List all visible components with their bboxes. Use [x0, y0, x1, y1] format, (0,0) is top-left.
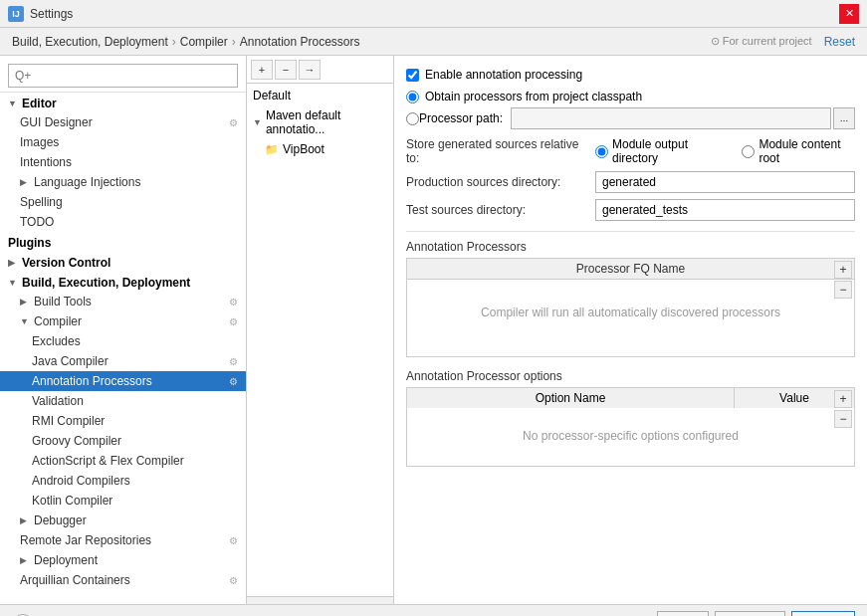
- close-button[interactable]: ✕: [839, 4, 859, 24]
- sidebar-item-plugins[interactable]: Plugins: [0, 232, 246, 252]
- expand-arrow-lang: ▶: [20, 177, 30, 187]
- sidebar-item-annotation-processors[interactable]: Annotation Processors ⚙: [0, 371, 246, 391]
- enable-annotation-checkbox[interactable]: [406, 69, 419, 82]
- search-box: [0, 60, 246, 93]
- tree-remove-button[interactable]: −: [275, 60, 297, 80]
- sidebar-item-android[interactable]: Android Compilers: [0, 471, 246, 491]
- sidebar-label-editor: Editor: [22, 97, 57, 110]
- breadcrumb-part-2[interactable]: Compiler: [180, 35, 228, 49]
- module-content-radio[interactable]: [742, 145, 755, 158]
- sidebar-item-actionscript[interactable]: ActionScript & Flex Compiler: [0, 451, 246, 471]
- sidebar-item-build-tools[interactable]: ▶ Build Tools ⚙: [0, 292, 246, 311]
- sidebar: ▼ Editor GUI Designer ⚙ Images Intention…: [0, 56, 247, 604]
- sidebar-item-gui-designer[interactable]: GUI Designer ⚙: [0, 112, 246, 132]
- breadcrumb-actions: ⊙ For current project Reset: [711, 35, 855, 49]
- test-sources-row: Test sources directory:: [406, 199, 855, 221]
- processor-path-label-text[interactable]: Processor path:: [419, 111, 503, 125]
- module-content-option: Module content root: [742, 137, 855, 165]
- content-area: ▼ Editor GUI Designer ⚙ Images Intention…: [0, 56, 867, 604]
- sidebar-item-kotlin[interactable]: Kotlin Compiler: [0, 491, 246, 511]
- tree-item-vipboot[interactable]: 📁 VipBoot: [249, 139, 391, 159]
- tree-expand-maven: ▼: [253, 117, 262, 127]
- sidebar-label-excludes: Excludes: [32, 334, 238, 348]
- breadcrumb: Build, Execution, Deployment › Compiler …: [12, 35, 360, 49]
- sidebar-item-version-control[interactable]: ▶ Version Control: [0, 252, 246, 272]
- dialog-title: Settings: [30, 7, 73, 21]
- sidebar-label-actionscript: ActionScript & Flex Compiler: [32, 454, 238, 468]
- sidebar-item-remote-jar[interactable]: Remote Jar Repositories ⚙: [0, 530, 246, 550]
- tree-toolbar: + − →: [247, 56, 393, 84]
- sidebar-label-language-injections: Language Injections: [34, 175, 238, 189]
- sidebar-item-excludes[interactable]: Excludes: [0, 331, 246, 351]
- breadcrumb-part-1[interactable]: Build, Execution, Deployment: [12, 35, 168, 49]
- obtain-classpath-label[interactable]: Obtain processors from project classpath: [425, 90, 642, 103]
- expand-arrow-debugger: ▶: [20, 515, 30, 525]
- sidebar-item-build-execution[interactable]: ▼ Build, Execution, Deployment: [0, 272, 246, 292]
- folder-icon-vipboot: 📁: [265, 143, 279, 156]
- cancel-button[interactable]: Cancel: [715, 611, 785, 617]
- ok-button[interactable]: OK: [657, 611, 708, 617]
- tree-item-maven-default[interactable]: ▼ Maven default annotatio...: [249, 105, 391, 139]
- sidebar-item-rmi-compiler[interactable]: RMI Compiler: [0, 411, 246, 431]
- gear-icon-arquillian: ⚙: [229, 575, 238, 586]
- sidebar-item-intentions[interactable]: Intentions: [0, 152, 246, 172]
- tree-panel: + − → Default ▼ Maven default annotatio.…: [247, 56, 394, 604]
- gear-icon-compiler: ⚙: [229, 316, 238, 327]
- sidebar-item-groovy-compiler[interactable]: Groovy Compiler: [0, 431, 246, 451]
- options-table-section: Annotation Processor options Option Name…: [406, 369, 855, 467]
- processor-path-browse-button[interactable]: …: [833, 107, 855, 129]
- right-panel: Enable annotation processing Obtain proc…: [394, 56, 867, 604]
- module-output-label[interactable]: Module output directory: [612, 137, 726, 165]
- obtain-classpath-radio[interactable]: [406, 91, 419, 103]
- search-input[interactable]: [8, 64, 238, 88]
- sidebar-label-build-tools: Build Tools: [34, 295, 225, 308]
- processor-path-radio[interactable]: [406, 112, 419, 125]
- processor-remove-button[interactable]: −: [834, 281, 852, 299]
- tree-content: Default ▼ Maven default annotatio... 📁 V…: [247, 84, 393, 596]
- test-sources-label: Test sources directory:: [406, 203, 595, 217]
- tree-add-button[interactable]: +: [251, 60, 273, 80]
- sidebar-item-arquillian[interactable]: Arquillian Containers ⚙: [0, 570, 246, 590]
- sidebar-item-deployment[interactable]: ▶ Deployment: [0, 550, 246, 570]
- bottom-bar: ? OK Cancel Apply: [0, 604, 867, 616]
- sidebar-label-gui-designer: GUI Designer: [20, 115, 225, 129]
- processor-table-empty: Compiler will run all automatically disc…: [481, 306, 780, 319]
- tree-item-maven-label: Maven default annotatio...: [266, 108, 387, 136]
- sidebar-item-java-compiler[interactable]: Java Compiler ⚙: [0, 351, 246, 371]
- production-sources-value: [595, 171, 855, 193]
- sidebar-label-compiler: Compiler: [34, 314, 225, 328]
- sidebar-item-todo[interactable]: TODO: [0, 212, 246, 232]
- options-remove-button[interactable]: −: [834, 410, 852, 428]
- gear-icon-build-tools: ⚙: [229, 297, 238, 308]
- module-output-radio[interactable]: [595, 145, 608, 158]
- tree-item-default[interactable]: Default: [249, 86, 391, 105]
- sidebar-item-compiler[interactable]: ▼ Compiler ⚙: [0, 311, 246, 331]
- sidebar-item-spelling[interactable]: Spelling: [0, 192, 246, 212]
- reset-link[interactable]: Reset: [824, 35, 855, 49]
- sidebar-label-arquillian: Arquillian Containers: [20, 573, 225, 587]
- module-content-label[interactable]: Module content root: [759, 137, 855, 165]
- options-add-button[interactable]: +: [834, 390, 852, 408]
- sidebar-item-language-injections[interactable]: ▶ Language Injections: [0, 172, 246, 192]
- test-sources-input[interactable]: [595, 199, 855, 221]
- options-table: Option Name Value No processor-specific …: [406, 387, 855, 467]
- sidebar-item-images[interactable]: Images: [0, 132, 246, 152]
- sidebar-item-validation[interactable]: Validation: [0, 391, 246, 411]
- breadcrumb-bar: Build, Execution, Deployment › Compiler …: [0, 28, 867, 56]
- enable-annotation-label[interactable]: Enable annotation processing: [425, 68, 582, 82]
- processor-path-input[interactable]: [511, 107, 831, 129]
- sidebar-item-debugger[interactable]: ▶ Debugger: [0, 511, 246, 530]
- tree-move-button[interactable]: →: [299, 60, 321, 80]
- options-table-title: Annotation Processor options: [406, 369, 855, 383]
- enable-annotation-row: Enable annotation processing: [406, 68, 855, 82]
- sidebar-item-editor[interactable]: ▼ Editor: [0, 93, 246, 112]
- sidebar-label-annotation-processors: Annotation Processors: [32, 374, 225, 388]
- store-sources-row: Store generated sources relative to: Mod…: [406, 137, 855, 165]
- sidebar-label-android: Android Compilers: [32, 474, 238, 488]
- sidebar-label-todo: TODO: [20, 215, 238, 229]
- processor-add-button[interactable]: +: [834, 261, 852, 279]
- tree-scrollbar[interactable]: [247, 596, 393, 604]
- production-sources-input[interactable]: [595, 171, 855, 193]
- apply-button[interactable]: Apply: [791, 611, 855, 617]
- gear-icon-annotation: ⚙: [229, 376, 238, 387]
